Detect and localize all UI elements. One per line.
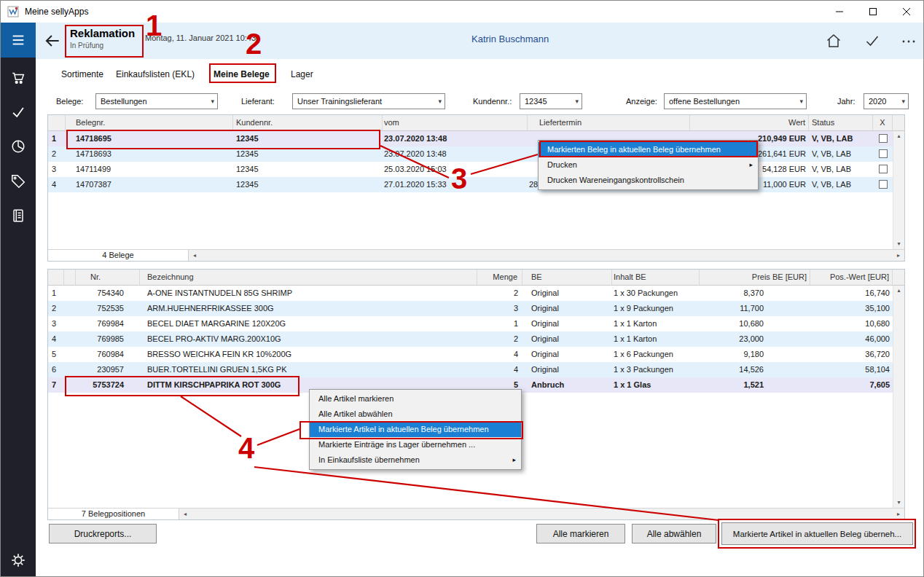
home-icon[interactable] xyxy=(825,32,842,50)
position-row[interactable]: 4 769985 BECEL PRO-AKTIV MARG.200X10G 2 … xyxy=(48,331,893,347)
row-select-checkbox[interactable] xyxy=(879,180,888,189)
cell-nr: 5753724 xyxy=(76,377,140,393)
positions-vertical-scrollbar[interactable]: ▴ ▾ xyxy=(893,286,904,508)
markierte-uebernehmen-button[interactable]: Markierte Artikel in aktuellen Beleg übe… xyxy=(721,522,913,545)
positions-count: 7 Belegpositionen xyxy=(48,509,179,519)
confirm-check-icon[interactable] xyxy=(864,32,881,50)
maximize-button[interactable] xyxy=(856,1,890,23)
documents-context-menu: Markierten Beleg in aktuellen Beleg über… xyxy=(538,140,759,190)
scroll-down-icon[interactable]: ▾ xyxy=(893,239,904,249)
position-row[interactable]: 5 760984 BRESSO WEICHKA FEIN KR 10%200G … xyxy=(48,347,893,362)
cell-vom: 23.07.2020 13:48 xyxy=(383,131,528,146)
col-header-vom[interactable]: vom xyxy=(383,115,528,130)
position-row[interactable]: 3 769984 BECEL DIAET MARGARINE 120X20G 1… xyxy=(48,316,893,331)
position-row[interactable]: 1 754340 A-ONE INSTANTNUDELN 85G SHRIMP … xyxy=(48,286,893,301)
chevron-down-icon: ▾ xyxy=(572,98,579,105)
jahr-select[interactable]: 2020 ▾ xyxy=(864,93,909,109)
cell-preis: 23,000 xyxy=(700,331,810,347)
document-row[interactable]: 4 14707387 12345 27.01.2020 15:33 28. 11… xyxy=(48,177,893,192)
belege-select[interactable]: Bestellungen ▾ xyxy=(95,93,218,109)
context-menu-item[interactable]: In Einkaufsliste übernehmen ▸ xyxy=(310,452,521,468)
cell-status: V, VB, LAB xyxy=(809,177,873,192)
scroll-left-icon[interactable]: ◂ xyxy=(179,509,191,519)
cell-preis: 10,680 xyxy=(700,316,810,331)
col-header-inhalt[interactable]: Inhalt BE xyxy=(612,270,700,285)
pie-chart-icon[interactable] xyxy=(1,132,36,161)
row-number: 5 xyxy=(48,347,64,362)
documents-horizontal-scrollbar[interactable]: ◂ ▸ xyxy=(189,250,904,261)
scroll-right-icon[interactable]: ▸ xyxy=(893,250,904,261)
document-row[interactable]: 1 14718695 12345 23.07.2020 13:48 210,94… xyxy=(48,131,893,146)
col-header-wert[interactable]: Wert xyxy=(690,115,809,130)
scrollbar-track[interactable] xyxy=(191,509,893,519)
checkmark-icon[interactable] xyxy=(1,98,36,127)
col-header-bezeichnung[interactable]: Bezeichnung xyxy=(140,270,477,285)
scrollbar-track[interactable] xyxy=(200,250,893,261)
cell-belegnr: 14711499 xyxy=(66,162,233,177)
cell-poswert: 35,100 xyxy=(810,301,893,316)
col-header-liefertermin[interactable]: Liefertermin xyxy=(528,115,690,130)
position-row[interactable]: 6 230957 BUER.TORTELLINI GRUEN 1,5KG PK … xyxy=(48,362,893,377)
alle-abwaehlen-button[interactable]: Alle abwählen xyxy=(632,524,716,543)
anzeige-select[interactable]: offene Bestellungen ▾ xyxy=(664,93,807,109)
back-button[interactable] xyxy=(43,31,62,50)
row-number: 3 xyxy=(48,162,66,177)
journal-icon[interactable] xyxy=(1,201,36,230)
row-number: 2 xyxy=(48,301,64,316)
scroll-up-icon[interactable]: ▴ xyxy=(893,286,904,296)
lieferant-select[interactable]: Unser Trainingslieferant ▾ xyxy=(292,93,445,109)
tab-meine-belege[interactable]: Meine Belege xyxy=(214,66,270,82)
row-select-checkbox[interactable] xyxy=(879,134,888,143)
scroll-down-icon[interactable]: ▾ xyxy=(893,498,904,508)
col-header-status[interactable]: Status xyxy=(809,115,873,130)
anzeige-value: offene Bestellungen xyxy=(669,97,740,106)
scroll-right-icon[interactable]: ▸ xyxy=(893,509,904,519)
col-header-preis[interactable]: Preis BE [EUR] xyxy=(700,270,810,285)
row-select-checkbox[interactable] xyxy=(879,149,888,158)
more-ellipsis-icon[interactable] xyxy=(900,32,917,50)
col-header-menge[interactable]: Menge xyxy=(477,270,522,285)
tab-sortimente[interactable]: Sortimente xyxy=(61,66,103,82)
col-header-nr[interactable]: Nr. xyxy=(76,270,140,285)
row-number: 1 xyxy=(48,286,64,301)
document-row[interactable]: 3 14711499 12345 25.03.2020 15:03 54,128… xyxy=(48,162,893,177)
cell-preis: 11,700 xyxy=(700,301,810,316)
scroll-left-icon[interactable]: ◂ xyxy=(189,250,200,261)
cell-belegnr: 14707387 xyxy=(66,177,233,192)
druckreports-button[interactable]: Druckreports... xyxy=(49,524,157,543)
positions-horizontal-scrollbar[interactable]: ◂ ▸ xyxy=(179,509,904,519)
col-header-kundennr[interactable]: Kundennr. xyxy=(233,115,383,130)
gear-icon[interactable] xyxy=(1,546,36,575)
context-menu-item[interactable]: Alle Artikel markieren ▸ xyxy=(310,391,521,407)
context-menu-item[interactable]: Drucken Wareneingangskontrollschein ▸ xyxy=(539,173,758,188)
positions-context-menu: Alle Artikel markieren ▸ Alle Artikel ab… xyxy=(309,389,522,470)
context-menu-item[interactable]: Alle Artikel abwählen ▸ xyxy=(310,407,521,422)
col-header-be[interactable]: BE xyxy=(522,270,612,285)
context-menu-item[interactable]: Markierten Beleg in aktuellen Beleg über… xyxy=(539,142,758,157)
alle-markieren-button[interactable]: Alle markieren xyxy=(536,524,625,543)
minimize-button[interactable] xyxy=(823,1,856,23)
cell-kundennr: 12345 xyxy=(233,162,383,177)
context-menu-item[interactable]: Drucken ▸ xyxy=(539,157,758,173)
context-menu-item[interactable]: Markierte Artikel in aktuellen Beleg übe… xyxy=(310,422,521,437)
col-header-x[interactable]: X xyxy=(873,115,893,130)
documents-panel: Belegnr. Kundennr. vom Liefertermin Wert… xyxy=(47,114,905,262)
col-header-belegnr[interactable]: Belegnr. xyxy=(66,115,233,130)
cell-nr: 769985 xyxy=(76,331,140,347)
cart-icon[interactable] xyxy=(1,63,36,93)
position-row[interactable]: 2 752535 ARM.HUEHNERFRIKASSEE 300G 3 Ori… xyxy=(48,301,893,316)
scroll-up-icon[interactable]: ▴ xyxy=(893,131,904,141)
tab-einkaufslisten[interactable]: Einkaufslisten (EKL) xyxy=(116,66,195,82)
tab-lager[interactable]: Lager xyxy=(291,66,313,82)
chevron-down-icon: ▾ xyxy=(208,98,214,105)
cell-preis: 14,526 xyxy=(700,362,810,377)
col-header-poswert[interactable]: Pos.-Wert [EUR] xyxy=(810,270,893,285)
document-row[interactable]: 2 14718693 12345 23.07.2020 13:48 261,64… xyxy=(48,146,893,162)
close-button[interactable] xyxy=(890,1,923,23)
menu-button[interactable] xyxy=(1,23,36,58)
kundennr-select[interactable]: 12345 ▾ xyxy=(520,93,582,109)
context-menu-item[interactable]: Markierte Einträge ins Lager übernehmen … xyxy=(310,437,521,452)
tag-icon[interactable] xyxy=(1,167,36,196)
documents-vertical-scrollbar[interactable]: ▴ ▾ xyxy=(893,131,904,249)
row-select-checkbox[interactable] xyxy=(879,165,888,173)
